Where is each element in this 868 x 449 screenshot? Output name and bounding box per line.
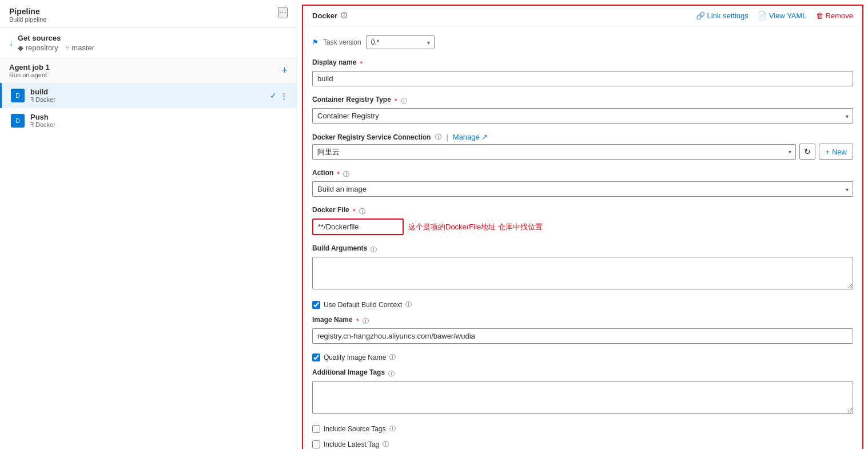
connection-input-row: 阿里云 ▾ ↻ + New [312, 144, 853, 160]
push-task-icon: D [11, 114, 25, 128]
container-registry-type-label: Container Registry Type [312, 96, 391, 104]
build-arguments-label-row: Build Arguments ⓘ [312, 244, 853, 255]
docker-registry-service-connection-row: Docker Registry Service Connection ⓘ | M… [312, 133, 853, 160]
agent-job-header: Agent job 1 Run on agent + [0, 58, 297, 83]
remove-icon: 🗑 [816, 11, 823, 20]
build-task-icon: D [11, 89, 25, 102]
view-yaml-icon: 📄 [758, 11, 767, 20]
panel-body: ⚑ Task version 0.* ▾ Display name * [303, 26, 862, 449]
push-task-name: Push [30, 113, 55, 121]
action-label-row: Action * ⓘ [312, 169, 853, 179]
add-task-button[interactable]: + [281, 65, 288, 77]
container-registry-type-select[interactable]: Container Registry Azure Container Regis… [312, 108, 853, 124]
docker-registry-connection-select[interactable]: 阿里云 [312, 144, 796, 160]
docker-file-input[interactable] [312, 218, 404, 235]
build-check-icon: ✓ [270, 91, 277, 100]
additional-image-tags-input[interactable] [312, 381, 853, 414]
push-task-info: Push ꟻ Docker [30, 113, 55, 129]
docker-file-required: * [353, 207, 356, 216]
build-task-info: build ꟻ Docker [30, 88, 55, 104]
container-registry-type-info-icon[interactable]: ⓘ [401, 97, 407, 105]
docker-title-info-icon[interactable]: ⓘ [341, 11, 347, 20]
docker-file-input-wrapper [312, 218, 404, 235]
additional-image-tags-info-icon[interactable]: ⓘ [388, 369, 395, 378]
include-source-tags-checkbox[interactable] [312, 425, 320, 433]
use-default-build-context-info-icon[interactable]: ⓘ [405, 300, 412, 309]
agent-job-info: Agent job 1 Run on agent [9, 63, 50, 78]
docker-file-info-icon[interactable]: ⓘ [359, 207, 365, 216]
remove-button[interactable]: 🗑 Remove [816, 11, 853, 20]
image-name-input[interactable] [312, 328, 853, 344]
link-settings-icon: 🔗 [696, 11, 705, 20]
link-settings-button[interactable]: 🔗 Link settings [696, 11, 748, 20]
task-version-row: ⚑ Task version 0.* ▾ [312, 35, 853, 49]
display-name-label: Display name [312, 58, 356, 66]
task-version-label: Task version [323, 38, 361, 46]
docker-registry-info-icon[interactable]: ⓘ [435, 133, 441, 141]
docker-registry-separator: | [446, 133, 448, 141]
include-latest-tag-row: Include Latest Tag ⓘ [312, 440, 853, 448]
image-name-label: Image Name [312, 316, 353, 324]
qualify-image-name-row: Qualify Image Name ⓘ [312, 353, 853, 361]
flag-icon: ⚑ [312, 38, 318, 46]
action-info-icon[interactable]: ⓘ [343, 170, 349, 178]
repository-icon: ◆ repository [18, 43, 58, 52]
panel-actions: 🔗 Link settings 📄 View YAML 🗑 Remove [696, 11, 853, 20]
get-sources-icon: ↓ [9, 38, 13, 47]
panel-title: Docker ⓘ [312, 11, 347, 20]
additional-image-tags-label: Additional Image Tags [312, 368, 385, 376]
qualify-image-name-checkbox[interactable] [312, 353, 320, 361]
container-registry-type-row: Container Registry Type * ⓘ Container Re… [312, 96, 853, 124]
build-task-more-icon[interactable]: ⋮ [280, 92, 288, 100]
docker-file-input-row: 这个是项的DockerFile地址 仓库中找位置 [312, 218, 853, 235]
build-arguments-label: Build Arguments [312, 244, 367, 252]
include-source-tags-row: Include Source Tags ⓘ [312, 424, 853, 433]
build-task-right: ✓ ⋮ [270, 91, 288, 100]
docker-registry-label-row: Docker Registry Service Connection ⓘ | M… [312, 133, 853, 141]
image-name-info-icon[interactable]: ⓘ [363, 317, 369, 325]
task-item-build[interactable]: D build ꟻ Docker ✓ ⋮ [0, 83, 297, 108]
docker-file-label: Docker File [312, 206, 349, 214]
include-source-tags-info-icon[interactable]: ⓘ [389, 424, 396, 433]
image-name-row: Image Name * ⓘ [312, 316, 853, 344]
pipeline-more-button[interactable]: ··· [278, 7, 288, 18]
pipeline-subtitle: Build pipeline [9, 16, 46, 23]
build-arguments-info-icon[interactable]: ⓘ [371, 245, 377, 254]
display-name-input[interactable] [312, 71, 853, 86]
pipeline-info: Pipeline Build pipeline [9, 7, 46, 23]
manage-link[interactable]: Manage ↗ [453, 133, 488, 141]
main-content: Docker ⓘ 🔗 Link settings 📄 View YAML 🗑 R… [297, 0, 868, 449]
build-arguments-row: Build Arguments ⓘ [312, 244, 853, 291]
pipeline-title: Pipeline [9, 7, 46, 16]
include-latest-tag-label: Include Latest Tag [324, 440, 379, 448]
agent-job-subtitle: Run on agent [9, 71, 50, 78]
sidebar: Pipeline Build pipeline ··· ↓ Get source… [0, 0, 297, 449]
additional-image-tags-row: Additional Image Tags ⓘ [312, 368, 853, 415]
display-name-row: Display name * [312, 58, 853, 86]
get-sources-section: ↓ Get sources ◆ repository ⑂ master [0, 28, 297, 58]
connection-select-wrapper: 阿里云 ▾ [312, 144, 796, 160]
build-task-name: build [30, 88, 55, 96]
qualify-image-name-info-icon[interactable]: ⓘ [389, 353, 396, 361]
refresh-connection-button[interactable]: ↻ [799, 144, 815, 160]
pipeline-header: Pipeline Build pipeline ··· [0, 0, 297, 28]
action-required: * [337, 170, 340, 178]
action-select[interactable]: Build an image Push an image Run an imag… [312, 181, 853, 197]
additional-image-tags-label-row: Additional Image Tags ⓘ [312, 368, 853, 379]
task-item-push[interactable]: D Push ꟻ Docker [0, 108, 297, 133]
include-source-tags-label: Include Source Tags [324, 425, 386, 433]
view-yaml-button[interactable]: 📄 View YAML [758, 11, 807, 20]
image-name-required: * [356, 317, 359, 325]
build-arguments-input[interactable] [312, 257, 853, 289]
image-name-label-row: Image Name * ⓘ [312, 316, 853, 326]
action-label: Action [312, 169, 333, 177]
new-connection-button[interactable]: + New [819, 144, 853, 160]
include-latest-tag-info-icon[interactable]: ⓘ [383, 440, 389, 448]
panel-header: Docker ⓘ 🔗 Link settings 📄 View YAML 🗑 R… [303, 6, 862, 26]
use-default-build-context-checkbox[interactable] [312, 301, 320, 309]
push-task-subtitle: ꟻ Docker [30, 121, 55, 129]
task-version-select[interactable]: 0.* [366, 35, 435, 49]
include-latest-tag-checkbox[interactable] [312, 440, 320, 448]
use-default-build-context-label: Use Default Build Context [324, 301, 402, 309]
qualify-image-name-label: Qualify Image Name [324, 353, 386, 361]
